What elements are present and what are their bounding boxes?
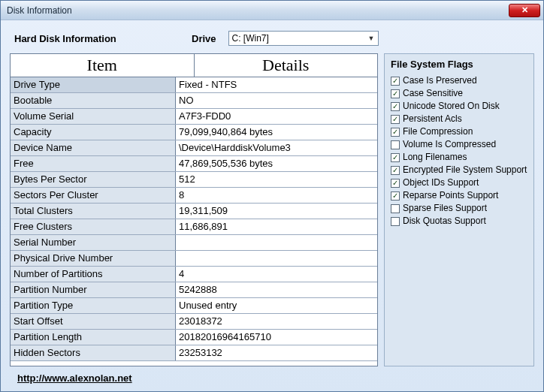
cell-item: Partition Number: [11, 282, 176, 297]
footer: http://www.alexnolan.net: [10, 366, 534, 387]
table-row[interactable]: Free Clusters11,686,891: [11, 219, 377, 235]
cell-item: Bytes Per Sector: [11, 172, 176, 187]
header-row: Hard Disk Information Drive C: [Win7] ▼: [10, 28, 534, 53]
disk-info-table: Item Details Drive TypeFixed - NTFSBoota…: [10, 53, 378, 366]
cell-item: Hidden Sectors: [11, 345, 176, 360]
cell-details: 4: [176, 267, 377, 282]
flag-row: ✓Reparse Points Support: [391, 189, 527, 202]
flag-label: Encrypted File System Support: [403, 164, 527, 176]
flag-checkbox[interactable]: ✓: [391, 77, 400, 86]
cell-details: NO: [176, 93, 377, 108]
flag-checkbox[interactable]: [391, 140, 400, 149]
cell-details: Fixed - NTFS: [176, 77, 377, 92]
flag-checkbox[interactable]: ✓: [391, 128, 400, 137]
flag-checkbox[interactable]: ✓: [391, 153, 400, 162]
window-title: Disk Information: [7, 5, 509, 16]
drive-select[interactable]: C: [Win7] ▼: [228, 31, 379, 46]
cell-item: Volume Serial: [11, 109, 176, 124]
flag-row: ✓Case Is Preserved: [391, 74, 527, 87]
flag-checkbox[interactable]: [391, 204, 400, 213]
cell-details: 512: [176, 172, 377, 187]
flag-row: ✓Unicode Stored On Disk: [391, 100, 527, 113]
cell-details: [176, 251, 377, 266]
flag-checkbox[interactable]: ✓: [391, 191, 400, 201]
table-row[interactable]: Bytes Per Sector512: [11, 172, 377, 188]
cell-details: 23018372: [176, 314, 377, 329]
cell-item: Drive Type: [11, 77, 176, 92]
flag-label: Object IDs Support: [403, 176, 479, 189]
titlebar[interactable]: Disk Information ✕: [1, 1, 543, 20]
cell-details: A7F3-FDD0: [176, 109, 377, 124]
table-row[interactable]: Sectors Per Cluster8: [11, 188, 377, 204]
flag-row: Sparse Files Support: [391, 202, 527, 215]
flag-label: Volume Is Compressed: [403, 138, 496, 151]
cell-details: [176, 235, 377, 250]
cell-item: Bootable: [11, 93, 176, 108]
cell-details: 5242888: [176, 282, 377, 297]
table-row[interactable]: BootableNO: [11, 93, 377, 109]
cell-item: Physical Drive Number: [11, 251, 176, 266]
table-row[interactable]: Number of Partitions4: [11, 267, 377, 282]
flag-checkbox[interactable]: ✓: [391, 89, 400, 98]
cell-item: Start Offset: [11, 314, 176, 329]
flag-checkbox[interactable]: ✓: [391, 179, 400, 188]
cell-details: 8: [176, 188, 377, 203]
flag-label: Unicode Stored On Disk: [403, 100, 500, 113]
cell-item: Serial Number: [11, 235, 176, 250]
table-row[interactable]: Partition Length20182016964165710: [11, 330, 377, 345]
cell-item: Free: [11, 156, 176, 171]
flag-label: Long Filenames: [403, 151, 467, 164]
table-row[interactable]: Partition Number5242888: [11, 282, 377, 298]
flags-list: ✓Case Is Preserved✓Case Sensitive✓Unicod…: [391, 74, 527, 228]
cell-item: Sectors Per Cluster: [11, 188, 176, 203]
table-row[interactable]: Serial Number: [11, 235, 377, 251]
flag-checkbox[interactable]: [391, 217, 400, 226]
cell-details: 47,869,505,536 bytes: [176, 156, 377, 171]
close-icon: ✕: [521, 5, 528, 15]
cell-item: Number of Partitions: [11, 267, 176, 282]
flag-label: Case Is Preserved: [403, 74, 477, 87]
table-row[interactable]: Hidden Sectors23253132: [11, 345, 377, 361]
cell-item: Partition Type: [11, 298, 176, 313]
cell-item: Capacity: [11, 125, 176, 140]
flag-row: ✓Persistent Acls: [391, 113, 527, 125]
cell-details: 11,686,891: [176, 219, 377, 234]
table-row[interactable]: Total Clusters19,311,509: [11, 204, 377, 219]
table-row[interactable]: Free47,869,505,536 bytes: [11, 156, 377, 172]
flag-row: ✓File Compression: [391, 125, 527, 138]
cell-item: Free Clusters: [11, 219, 176, 234]
table-header: Item Details: [11, 54, 377, 77]
cell-details: 19,311,509: [176, 204, 377, 219]
cell-item: Partition Length: [11, 330, 176, 345]
flag-row: ✓Case Sensitive: [391, 87, 527, 100]
flag-label: File Compression: [403, 125, 473, 138]
table-row[interactable]: Capacity79,099,940,864 bytes: [11, 125, 377, 140]
table-row[interactable]: Partition TypeUnused entry: [11, 298, 377, 314]
main-row: Item Details Drive TypeFixed - NTFSBoota…: [10, 53, 534, 366]
flag-row: ✓Encrypted File System Support: [391, 164, 527, 176]
table-body: Drive TypeFixed - NTFSBootableNOVolume S…: [11, 77, 377, 366]
close-button[interactable]: ✕: [509, 4, 540, 17]
flag-label: Sparse Files Support: [403, 202, 487, 215]
flag-checkbox[interactable]: ✓: [391, 115, 400, 124]
window: Disk Information ✕ Hard Disk Information…: [0, 0, 544, 392]
website-link[interactable]: http://www.alexnolan.net: [17, 372, 132, 384]
table-row[interactable]: Drive TypeFixed - NTFS: [11, 77, 377, 93]
cell-item: Device Name: [11, 140, 176, 155]
column-header-details: Details: [195, 54, 378, 77]
flag-label: Persistent Acls: [403, 113, 462, 125]
cell-details: 23253132: [176, 345, 377, 360]
flag-row: Disk Quotas Support: [391, 215, 527, 228]
flag-checkbox[interactable]: ✓: [391, 102, 400, 111]
flags-title: File System Flags: [391, 59, 527, 70]
flag-label: Case Sensitive: [403, 87, 463, 100]
flag-row: Volume Is Compressed: [391, 138, 527, 151]
table-row[interactable]: Volume SerialA7F3-FDD0: [11, 109, 377, 125]
cell-details: Unused entry: [176, 298, 377, 313]
table-row[interactable]: Device Name\Device\HarddiskVolume3: [11, 140, 377, 156]
table-row[interactable]: Start Offset23018372: [11, 314, 377, 330]
hard-disk-info-label: Hard Disk Information: [14, 33, 180, 44]
cell-item: Total Clusters: [11, 204, 176, 219]
table-row[interactable]: Physical Drive Number: [11, 251, 377, 267]
flag-checkbox[interactable]: ✓: [391, 166, 400, 175]
